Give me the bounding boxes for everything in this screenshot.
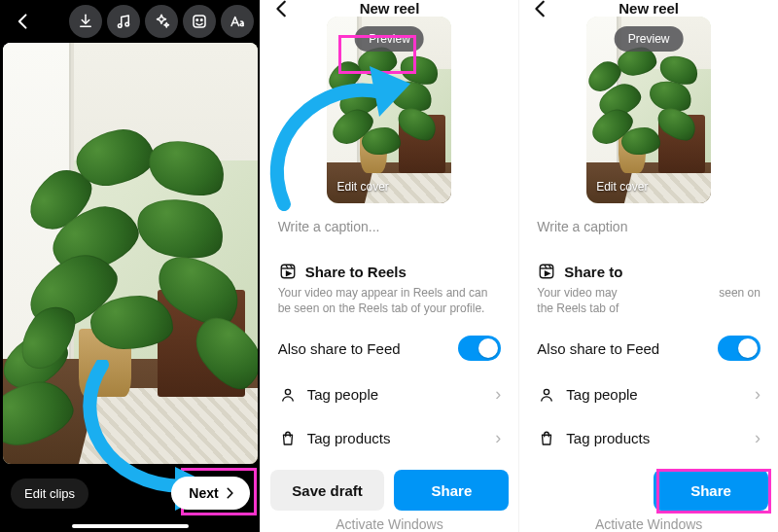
tag-products-row[interactable]: Tag products ›: [261, 416, 519, 460]
shopping-bag-icon: [278, 429, 298, 448]
chevron-right-icon: ›: [755, 428, 760, 448]
chevron-right-icon: ›: [495, 428, 501, 448]
share-to-section: Share to Your video may seen on the Reel…: [519, 250, 778, 324]
cover-thumb-wrap: Preview Edit cover: [519, 17, 778, 203]
editor-panel: Edit clips Next: [0, 0, 260, 532]
editor-bottom-bar: Edit clips Next: [1, 464, 260, 532]
windows-watermark: Activate Windows Go to Settings to activ…: [261, 516, 519, 532]
edit-cover-button[interactable]: Edit cover: [596, 180, 648, 194]
tag-people-label: Tag people: [307, 386, 378, 403]
music-icon[interactable]: [107, 5, 140, 38]
feed-toggle[interactable]: [718, 336, 760, 361]
share-button[interactable]: Share: [654, 470, 768, 511]
chevron-right-icon: [223, 486, 236, 500]
reels-icon: [537, 262, 556, 281]
person-icon: [537, 385, 556, 405]
caption-input[interactable]: Write a caption: [519, 203, 778, 250]
shopping-bag-icon: [537, 429, 556, 448]
edit-clips-button[interactable]: Edit clips: [11, 479, 88, 509]
cover-thumb[interactable]: Preview Edit cover: [327, 17, 451, 203]
header-title: New reel: [619, 0, 679, 17]
also-share-to-feed-label: Also share to Feed: [537, 340, 659, 357]
text-icon[interactable]: [221, 5, 254, 38]
new-reel-panel: New reel: [260, 0, 519, 532]
next-button-label: Next: [189, 485, 218, 501]
bottom-actions: Save draft Share: [519, 460, 778, 516]
feed-toggle[interactable]: [458, 336, 501, 361]
share-to-reels-title: Share to Reels: [305, 264, 407, 280]
share-to-reels-desc: Your video may appear in Reels and can b…: [278, 285, 502, 316]
sticker-icon[interactable]: [183, 5, 216, 38]
chevron-right-icon: ›: [495, 384, 501, 405]
cover-thumb[interactable]: Preview Edit cover: [586, 17, 711, 203]
also-share-to-feed-label: Also share to Feed: [278, 340, 401, 357]
svg-point-4: [200, 19, 202, 21]
save-draft-button[interactable]: Save draft: [270, 470, 385, 511]
share-to-reels-section: Share to Reels Your video may appear in …: [261, 250, 519, 324]
edit-cover-button[interactable]: Edit cover: [336, 180, 388, 194]
also-share-to-feed-row: Also share to Feed: [519, 324, 778, 372]
svg-point-7: [285, 389, 290, 394]
editor-video-preview[interactable]: [3, 43, 258, 464]
person-icon: [278, 385, 298, 405]
preview-button[interactable]: Preview: [615, 26, 684, 52]
cover-thumb-wrap: Preview Edit cover: [261, 17, 519, 203]
svg-point-10: [545, 389, 549, 394]
caption-input[interactable]: Write a caption...: [261, 203, 519, 250]
also-share-to-feed-row: Also share to Feed: [261, 324, 519, 372]
tag-products-label: Tag products: [307, 430, 391, 446]
sparkle-icon[interactable]: [145, 5, 178, 38]
next-button[interactable]: Next: [171, 477, 249, 510]
header-title: New reel: [360, 0, 420, 17]
video-plant-illustration: [3, 43, 258, 464]
svg-marker-6: [286, 271, 291, 276]
tag-products-row[interactable]: Tag products ›: [519, 416, 778, 460]
tag-products-label: Tag products: [566, 430, 650, 446]
share-button[interactable]: Share: [394, 470, 509, 511]
tag-people-row[interactable]: Tag people ›: [519, 372, 778, 416]
svg-marker-9: [546, 271, 550, 276]
svg-point-0: [118, 24, 122, 28]
svg-point-1: [125, 22, 129, 26]
chevron-right-icon: ›: [755, 384, 760, 405]
header: New reel: [519, 0, 778, 17]
windows-watermark: Activate Windows Go to Settings to activ…: [519, 516, 778, 532]
bottom-actions: Save draft Share: [261, 460, 519, 516]
editor-toolbar: [1, 0, 260, 43]
header: New reel: [261, 0, 519, 17]
back-button[interactable]: [7, 5, 40, 38]
tag-people-label: Tag people: [566, 386, 637, 403]
tag-people-row[interactable]: Tag people ›: [261, 372, 519, 416]
reels-icon: [278, 262, 298, 281]
download-icon[interactable]: [69, 5, 102, 38]
share-to-title: Share to: [564, 264, 622, 280]
preview-button[interactable]: Preview: [355, 26, 424, 52]
new-reel-panel-duplicate: New reel: [518, 0, 778, 532]
share-to-desc: Your video may seen on the Reels tab of: [537, 285, 760, 316]
svg-point-3: [196, 19, 198, 21]
